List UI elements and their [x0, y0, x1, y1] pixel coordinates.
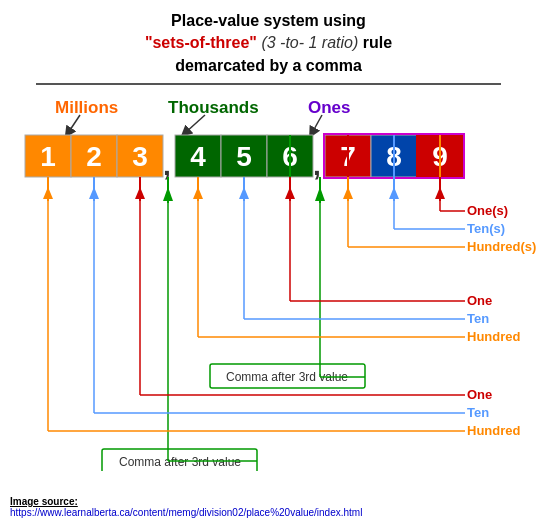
digit-2: 2: [86, 141, 102, 172]
title-rule: rule: [363, 34, 392, 51]
title-ratio: (3 -to- 1 ratio): [261, 34, 358, 51]
diagram-svg: Millions Thousands Ones: [20, 91, 537, 471]
main-container: Place-value system using "sets-of-three"…: [0, 0, 537, 524]
title-line1: Place-value system using: [171, 12, 366, 29]
label-ten-thousands: Ten: [467, 311, 489, 326]
divider: [36, 83, 501, 85]
label-one-millions: One: [467, 387, 492, 402]
label-ones: Ones: [308, 98, 351, 117]
callout-comma1-text: Comma after 3rd value: [119, 455, 241, 469]
source-label: Image source:: [10, 496, 78, 507]
label-hundred-thousands: Hundred: [467, 329, 521, 344]
digit-4: 4: [190, 141, 206, 172]
millions-arrow: [68, 115, 80, 133]
label-ones-s: One(s): [467, 203, 508, 218]
label-thousands: Thousands: [168, 98, 259, 117]
label-ten-millions: Ten: [467, 405, 489, 420]
digit-5: 5: [236, 141, 252, 172]
thousands-arrow: [185, 115, 205, 133]
comma-1: ,: [163, 150, 171, 181]
comma-2: ,: [313, 150, 321, 181]
label-hundreds-s: Hundred(s): [467, 239, 536, 254]
source-url: https://www.learnalberta.ca/content/memg…: [10, 507, 362, 518]
title-highlight: "sets-of-three": [145, 34, 257, 51]
source-block: Image source: https://www.learnalberta.c…: [10, 496, 362, 518]
label-tens-s: Ten(s): [467, 221, 505, 236]
digit-3: 3: [132, 141, 148, 172]
label-one-thousands: One: [467, 293, 492, 308]
title-line3: demarcated by a comma: [175, 57, 362, 74]
title-block: Place-value system using "sets-of-three"…: [10, 10, 527, 77]
label-hundred-millions: Hundred: [467, 423, 521, 438]
digit-1: 1: [40, 141, 56, 172]
label-millions: Millions: [55, 98, 118, 117]
ones-arrow: [312, 115, 322, 133]
